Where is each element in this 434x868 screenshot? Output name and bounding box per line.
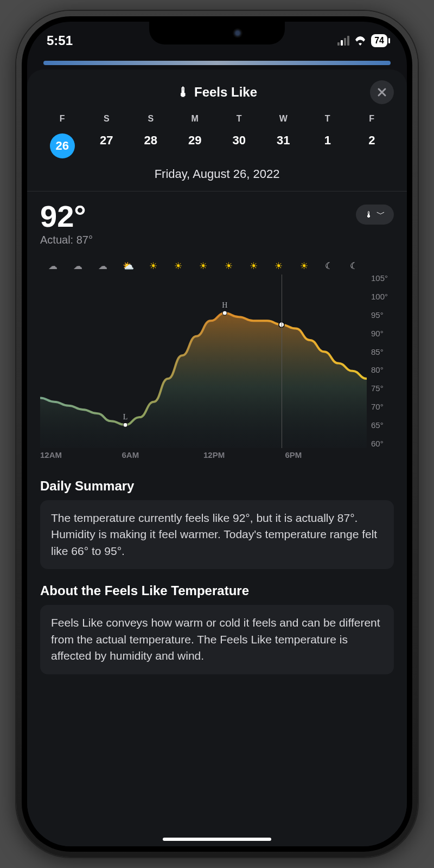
partly-icon: ⛅ [116,260,141,272]
sun-icon: ☀ [241,260,266,272]
sheet-title: 🌡 Feels Like [177,85,257,100]
cellular-icon [337,36,349,46]
sun-icon: ☀ [141,260,165,272]
actual-temp: Actual: 87° [40,234,93,246]
battery-indicator: 74 [371,34,387,47]
day-29[interactable]: M29 [173,114,218,163]
home-indicator[interactable] [163,838,271,841]
notch [149,22,285,44]
sun-icon: ☀ [191,260,216,272]
daily-summary-card: The temperature currently feels like 92°… [40,500,394,569]
background-peek [43,61,391,65]
current-time-line [282,275,282,448]
moon-icon: ☾ [342,260,367,272]
svg-point-0 [123,423,127,427]
day-1[interactable]: T1 [305,114,350,163]
svg-text:L: L [123,413,128,421]
cloud-icon: ☁ [65,260,90,272]
day-2[interactable]: F2 [350,114,394,163]
day-30[interactable]: T30 [217,114,261,163]
chevron-down-icon: ﹀ [376,209,385,220]
metric-picker[interactable]: 🌡 ﹀ [356,205,394,225]
about-card: Feels Like conveys how warm or cold it f… [40,605,394,674]
y-axis: 105°100°95°90°85°80°75°70°65°60° [367,258,394,464]
x-axis: 12AM6AM12PM6PM [40,450,367,464]
day-28[interactable]: S28 [129,114,173,163]
full-date: Friday, August 26, 2022 [40,167,394,181]
detail-sheet: 🌡 Feels Like F26S27S28M29T30W31T1F2 Frid… [27,69,407,846]
sun-icon: ☀ [166,260,191,272]
status-time: 5:51 [47,33,73,48]
sun-icon: ☀ [291,260,316,272]
sun-icon: ☀ [266,260,291,272]
svg-point-2 [222,311,227,315]
about-title: About the Feels Like Temperature [40,583,394,598]
sun-icon: ☀ [216,260,241,272]
feels-like-temp: 92° [40,201,93,232]
day-picker[interactable]: F26S27S28M29T30W31T1F2 [40,114,394,163]
cloud-icon: ☁ [91,260,116,272]
moon-icon: ☾ [316,260,341,272]
day-27[interactable]: S27 [85,114,129,163]
day-31[interactable]: W31 [261,114,306,163]
wifi-icon [354,36,367,46]
close-button[interactable] [370,80,394,104]
thermometer-icon: 🌡 [177,85,190,100]
hourly-chart[interactable]: ☁☁☁⛅☀☀☀☀☀☀☀☾☾ LH 12AM6AM12PM6PM 105°100°… [40,258,394,464]
day-26[interactable]: F26 [40,114,85,163]
daily-summary-title: Daily Summary [40,478,394,494]
svg-text:H: H [222,301,227,309]
thermometer-icon: 🌡 [365,210,373,220]
cloud-icon: ☁ [40,260,65,272]
phone-screen: 5:51 74 🌡 Feels Like [27,22,407,846]
